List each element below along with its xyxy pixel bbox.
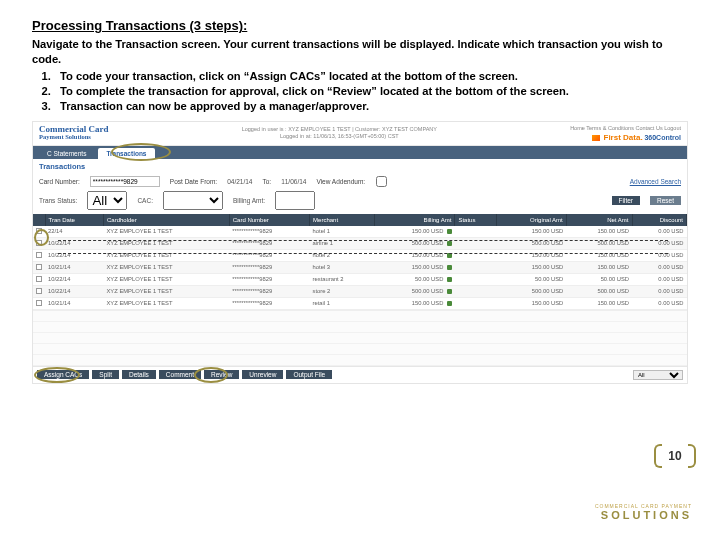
reset-button[interactable]: Reset — [650, 196, 681, 205]
cell-card: ************9829 — [229, 249, 309, 261]
firstdata-label: First Data. — [604, 133, 643, 142]
filter-button[interactable]: Filter — [612, 196, 640, 205]
tab-statements[interactable]: C Statements — [39, 148, 94, 159]
blank-rows — [33, 310, 687, 366]
row-checkbox[interactable] — [36, 264, 42, 270]
status-icon — [447, 289, 452, 294]
table-row[interactable]: 10/22/14XYZ EMPLOYEE 1 TEST************9… — [33, 249, 687, 261]
cell-amt: 150.00 USD — [374, 249, 455, 261]
col-discount[interactable]: Discount — [632, 214, 687, 226]
col-cardnumber[interactable]: Card Number — [229, 214, 309, 226]
top-links[interactable]: Home Terms & Conditions Contact Us Logou… — [570, 125, 681, 131]
cell-disc: 0.00 USD — [632, 226, 687, 238]
row-checkbox[interactable] — [36, 228, 42, 234]
cell-date: 10/22/14 — [45, 285, 104, 297]
viewaddendum-label: View Addendum: — [316, 178, 365, 185]
col-netamt[interactable]: Net Amt — [566, 214, 632, 226]
col-billingamt[interactable]: Billing Amt — [374, 214, 455, 226]
cell-holder: XYZ EMPLOYEE 1 TEST — [104, 297, 230, 309]
cell-disc: 0.00 USD — [632, 249, 687, 261]
status-icon — [447, 301, 452, 306]
cell-orig: 150.00 USD — [497, 249, 566, 261]
cell-net: 150.00 USD — [566, 249, 632, 261]
steps-list: To code your transaction, click on “Assi… — [32, 69, 688, 114]
table-row[interactable]: 10/21/14XYZ EMPLOYEE 1 TEST************9… — [33, 297, 687, 309]
cac-label: CAC: — [137, 197, 153, 204]
cell-card: ************9829 — [229, 226, 309, 238]
brand-logo: Commercial Card Payment Solutions — [39, 125, 109, 141]
table-row[interactable]: 10/22/14XYZ EMPLOYEE 1 TEST************9… — [33, 285, 687, 297]
transstatus-label: Trans Status: — [39, 197, 77, 204]
dotted-line-bottom — [58, 253, 668, 254]
postfrom-label: Post Date From: — [170, 178, 217, 185]
table-row[interactable]: 10/22/14XYZ EMPLOYEE 1 TEST************9… — [33, 273, 687, 285]
brand-line2: Payment Solutions — [39, 134, 109, 141]
status-icon — [447, 265, 452, 270]
status-icon — [447, 277, 452, 282]
login-line2: Logged in at: 11/06/13, 16:53-(GMT+05:00… — [109, 133, 571, 140]
product-label: 360Control — [644, 134, 681, 141]
cell-disc: 0.00 USD — [632, 273, 687, 285]
cell-holder: XYZ EMPLOYEE 1 TEST — [104, 249, 230, 261]
cell-orig: 50.00 USD — [497, 273, 566, 285]
viewaddendum-checkbox[interactable] — [375, 176, 388, 187]
col-trandate[interactable]: Tran Date — [45, 214, 104, 226]
row-checkbox[interactable] — [36, 288, 42, 294]
login-line1: Logged in user is : XYZ EMPLOYEE 1 TEST … — [109, 126, 571, 133]
cac-select[interactable] — [163, 191, 223, 210]
cell-merchant: restaurant 2 — [310, 273, 375, 285]
cell-date: 10/21/14 — [45, 261, 104, 273]
details-button[interactable]: Details — [122, 370, 156, 379]
cell-disc: 0.00 USD — [632, 285, 687, 297]
assign-cacs-button[interactable]: Assign CACs — [37, 370, 89, 379]
cell-orig: 150.00 USD — [497, 226, 566, 238]
cell-amt: 150.00 USD — [374, 297, 455, 309]
cell-merchant: store 2 — [310, 285, 375, 297]
transactions-table: Tran Date Cardholder Card Number Merchan… — [33, 214, 687, 310]
cell-status — [455, 249, 497, 261]
cell-status — [455, 285, 497, 297]
cell-status — [455, 226, 497, 238]
step-2: To complete the transaction for approval… — [54, 84, 688, 99]
review-button[interactable]: Review — [204, 370, 239, 379]
app-topbar: Commercial Card Payment Solutions Logged… — [33, 122, 687, 146]
col-status[interactable]: Status — [455, 214, 497, 226]
filter-row-2: Trans Status: All CAC: Billing Amt: Filt… — [33, 189, 687, 214]
step-1: To code your transaction, click on “Assi… — [54, 69, 688, 84]
cell-holder: XYZ EMPLOYEE 1 TEST — [104, 285, 230, 297]
cell-date: 10/21/14 — [45, 297, 104, 309]
advanced-search-link[interactable]: Advanced Search — [630, 178, 681, 185]
postfrom-value: 04/21/14 — [227, 178, 252, 185]
cell-holder: XYZ EMPLOYEE 1 TEST — [104, 273, 230, 285]
cell-merchant: retail 1 — [310, 297, 375, 309]
table-row[interactable]: 10/21/14XYZ EMPLOYEE 1 TEST************9… — [33, 261, 687, 273]
outputfile-button[interactable]: Output File — [286, 370, 332, 379]
transstatus-select[interactable]: All — [87, 191, 127, 210]
row-checkbox[interactable] — [36, 240, 42, 246]
firstdata-icon — [592, 135, 600, 141]
cell-holder: XYZ EMPLOYEE 1 TEST — [104, 261, 230, 273]
cell-net: 150.00 USD — [566, 297, 632, 309]
comment-button[interactable]: Comment — [159, 370, 201, 379]
card-input[interactable] — [90, 176, 160, 187]
row-checkbox[interactable] — [36, 300, 42, 306]
status-icon — [447, 253, 452, 258]
table-row[interactable]: 22/14XYZ EMPLOYEE 1 TEST************9829… — [33, 226, 687, 238]
cell-net: 500.00 USD — [566, 285, 632, 297]
col-merchant[interactable]: Merchant — [310, 214, 375, 226]
app-screenshot: Commercial Card Payment Solutions Logged… — [32, 121, 688, 384]
filter-row-1: Card Number: Post Date From: 04/21/14 To… — [33, 174, 687, 189]
col-originalamt[interactable]: Original Amt — [497, 214, 566, 226]
page-select[interactable]: All — [633, 370, 683, 380]
row-checkbox[interactable] — [36, 276, 42, 282]
card-label: Card Number: — [39, 178, 80, 185]
tab-transactions[interactable]: Transactions — [98, 148, 154, 159]
page-heading: Processing Transactions (3 steps): — [32, 18, 688, 33]
dotted-line-top — [58, 240, 668, 241]
cell-date: 22/14 — [45, 226, 104, 238]
split-button[interactable]: Split — [92, 370, 119, 379]
unreview-button[interactable]: Unreview — [242, 370, 283, 379]
billingamt-input[interactable] — [275, 191, 315, 210]
row-checkbox[interactable] — [36, 252, 42, 258]
col-cardholder[interactable]: Cardholder — [104, 214, 230, 226]
